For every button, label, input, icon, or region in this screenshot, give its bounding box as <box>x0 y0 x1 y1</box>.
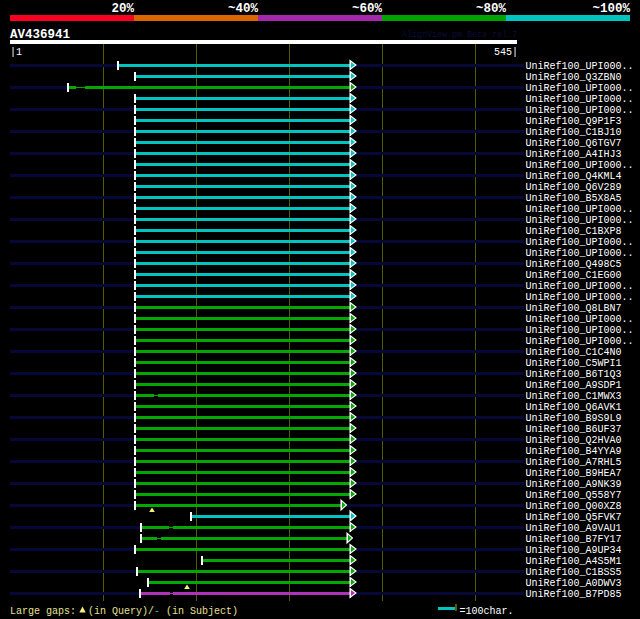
svg-text:UniRef100_UPI000..: UniRef100_UPI000.. <box>526 325 634 336</box>
svg-text:~60%: ~60% <box>352 2 383 16</box>
svg-text:UniRef100_C1BSS5: UniRef100_C1BSS5 <box>526 567 622 578</box>
svg-text:UniRef100_A4S5M1: UniRef100_A4S5M1 <box>526 556 622 567</box>
svg-text:UniRef100_UPI000..: UniRef100_UPI000.. <box>526 281 634 292</box>
svg-text:UniRef100_Q558Y7: UniRef100_Q558Y7 <box>526 490 622 501</box>
svg-text:UniRef100_Q9P1F3: UniRef100_Q9P1F3 <box>526 116 622 127</box>
svg-text:UniRef100_UPI000..: UniRef100_UPI000.. <box>526 204 634 215</box>
svg-text:UniRef100_A4IHJ3: UniRef100_A4IHJ3 <box>526 149 622 160</box>
svg-text:AV436941: AV436941 <box>10 28 70 42</box>
svg-text:UniRef100_UPI000..: UniRef100_UPI000.. <box>526 336 634 347</box>
svg-text:UniRef100_UPI000..: UniRef100_UPI000.. <box>526 237 634 248</box>
svg-text:UniRef100_C1BJ10: UniRef100_C1BJ10 <box>526 127 622 138</box>
svg-text:UniRef100_Q3ZBN0: UniRef100_Q3ZBN0 <box>526 72 622 83</box>
svg-text:~80%: ~80% <box>476 2 507 16</box>
svg-text:UniRef100_Q498C5: UniRef100_Q498C5 <box>526 259 622 270</box>
svg-text:UniRef100_UPI000..: UniRef100_UPI000.. <box>526 292 634 303</box>
svg-text:|1: |1 <box>10 47 22 58</box>
svg-text:20%: 20% <box>111 2 134 16</box>
svg-text:UniRef100_C1MWX3: UniRef100_C1MWX3 <box>526 391 622 402</box>
svg-text:Large gaps:: Large gaps: <box>10 606 76 617</box>
svg-text:UniRef100_Q6V289: UniRef100_Q6V289 <box>526 182 622 193</box>
svg-text:UniRef100_B4YYA9: UniRef100_B4YYA9 <box>526 446 622 457</box>
svg-text:UniRef100_C5WPI1: UniRef100_C5WPI1 <box>526 358 622 369</box>
svg-text:UniRef100_B7FY17: UniRef100_B7FY17 <box>526 534 622 545</box>
svg-text:UniRef100_Q8LBN7: UniRef100_Q8LBN7 <box>526 303 622 314</box>
svg-text:UniRef100_Q2HVA0: UniRef100_Q2HVA0 <box>526 435 622 446</box>
svg-text:UniRef100_B5X8A5: UniRef100_B5X8A5 <box>526 193 622 204</box>
svg-text:UniRef100_UPI000..: UniRef100_UPI000.. <box>526 61 634 72</box>
svg-text:UniRef100_B6T1Q3: UniRef100_B6T1Q3 <box>526 369 622 380</box>
svg-text:UniRef100_A9NK39: UniRef100_A9NK39 <box>526 479 622 490</box>
svg-text:UniRef100_A9VAU1: UniRef100_A9VAU1 <box>526 523 622 534</box>
svg-text:UniRef100_B9HEA7: UniRef100_B9HEA7 <box>526 468 622 479</box>
svg-text:UniRef100_UPI000..: UniRef100_UPI000.. <box>526 160 634 171</box>
svg-text:UniRef100_A0DWV3: UniRef100_A0DWV3 <box>526 578 622 589</box>
svg-text:~100%: ~100% <box>592 2 630 16</box>
svg-text:=100char.: =100char. <box>460 606 514 617</box>
svg-text:UniRef100_A7RHL5: UniRef100_A7RHL5 <box>526 457 622 468</box>
svg-text:AlignView.pm Beta rel.7: AlignView.pm Beta rel.7 <box>402 30 517 40</box>
svg-text:545|: 545| <box>494 47 518 58</box>
svg-text:UniRef100_UPI000..: UniRef100_UPI000.. <box>526 314 634 325</box>
svg-text:UniRef100_Q4KML4: UniRef100_Q4KML4 <box>526 171 622 182</box>
svg-text:UniRef100_UPI000..: UniRef100_UPI000.. <box>526 83 634 94</box>
svg-text:(in Query)/: (in Query)/ <box>88 606 154 617</box>
svg-text:UniRef100_Q6TGV7: UniRef100_Q6TGV7 <box>526 138 622 149</box>
svg-text:UniRef100_A9SDP1: UniRef100_A9SDP1 <box>526 380 622 391</box>
svg-text:~40%: ~40% <box>228 2 259 16</box>
svg-text:(in Subject): (in Subject) <box>166 606 238 617</box>
svg-text:-: - <box>154 606 160 617</box>
svg-text:UniRef100_C1EG00: UniRef100_C1EG00 <box>526 270 622 281</box>
svg-text:UniRef100_UPI000..: UniRef100_UPI000.. <box>526 105 634 116</box>
svg-text:UniRef100_B9S9L9: UniRef100_B9S9L9 <box>526 413 622 424</box>
svg-text:UniRef100_B6UF37: UniRef100_B6UF37 <box>526 424 622 435</box>
svg-text:UniRef100_B7PD85: UniRef100_B7PD85 <box>526 589 622 600</box>
svg-text:UniRef100_Q5FVK7: UniRef100_Q5FVK7 <box>526 512 622 523</box>
svg-text:UniRef100_UPI000..: UniRef100_UPI000.. <box>526 248 634 259</box>
svg-text:UniRef100_Q00XZ8: UniRef100_Q00XZ8 <box>526 501 622 512</box>
svg-text:UniRef100_UPI000..: UniRef100_UPI000.. <box>526 94 634 105</box>
svg-text:UniRef100_C1BXP8: UniRef100_C1BXP8 <box>526 226 622 237</box>
svg-text:UniRef100_Q6AVK1: UniRef100_Q6AVK1 <box>526 402 622 413</box>
svg-text:UniRef100_UPI000..: UniRef100_UPI000.. <box>526 215 634 226</box>
svg-text:UniRef100_C1C4N0: UniRef100_C1C4N0 <box>526 347 622 358</box>
svg-text:UniRef100_A9UP34: UniRef100_A9UP34 <box>526 545 622 556</box>
